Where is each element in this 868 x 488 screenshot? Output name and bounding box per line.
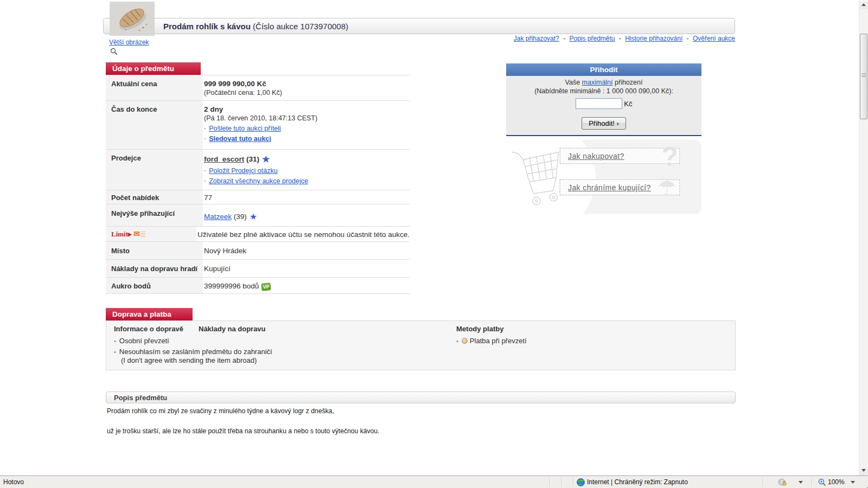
starting-price-note: (Počáteční cena: 1,00 Kč) (204, 89, 410, 97)
send-to-friend-link[interactable]: Pošlete tuto aukci příteli (209, 125, 281, 132)
seller-name-link[interactable]: ford_escort (204, 155, 244, 163)
table-row-bid-count: Počet nabídek 77 (106, 190, 410, 204)
bid-amount-input[interactable] (576, 98, 622, 109)
umbrella-icon: ☂ (658, 177, 676, 198)
row-label: Aktuální cena (106, 75, 203, 100)
nav-separator: - (687, 35, 689, 42)
statusbar-divider (763, 478, 764, 486)
description-paragraph: už je trošku starší, ale lze ho stále po… (107, 426, 737, 436)
scrollbar-thumb[interactable] (860, 34, 867, 119)
nav-separator: - (619, 35, 621, 42)
magnifier-icon[interactable] (110, 48, 118, 55)
shipping-paid-by-value: Kupující (203, 260, 410, 277)
vp-badge-icon: VP (261, 282, 272, 291)
statusbar-divider (573, 478, 574, 486)
window-resize-grip[interactable] (865, 485, 866, 486)
buyer-protection-label: Jak chráníme kupující? (568, 183, 651, 192)
bid-count-value: 77 (203, 190, 410, 204)
scroll-up-button[interactable] (859, 0, 868, 9)
row-value: ford_escort (31)★ Položit Prodejci otázk… (203, 150, 410, 190)
buyer-protection-button[interactable]: Jak chráníme kupující? ☂ (560, 179, 680, 195)
column-header: Náklady na dopravu (199, 325, 266, 333)
limit-icon-cell: Limit▶✉ (106, 227, 196, 241)
limit-pattern-icon (141, 231, 145, 237)
watch-auction-link[interactable]: Sledovat tuto aukci (209, 135, 271, 143)
place-bid-button[interactable]: Přihodit! › (582, 117, 626, 130)
larger-image-link[interactable]: Větší obrázek (109, 38, 149, 46)
zoom-level-value: 100% (828, 478, 845, 486)
row-label: Místo (106, 242, 203, 259)
vertical-scrollbar[interactable] (859, 0, 868, 476)
buyer-help-area: Jak nakupovat? ? Jak chráníme kupující? … (506, 140, 701, 214)
limit-logo: Limit (111, 230, 128, 238)
shipping-payment-box: Informace o dopravě Osobní převzetí Neso… (106, 320, 736, 370)
table-row-time-left: Čas do konce 2 dny (Pá 18. červen 2010, … (106, 101, 410, 150)
time-left-value: 2 dny (204, 105, 410, 113)
seller-all-auctions-link[interactable]: Zobrazit všechny aukce prodejce (209, 177, 308, 185)
nav-link-bid-history[interactable]: Historie přihazování (625, 35, 682, 42)
statusbar-divider (812, 478, 813, 486)
row-label: Počet nabídek (106, 190, 203, 204)
bread-roll-image (110, 2, 155, 36)
currency-label: Kč (624, 100, 632, 108)
security-zone-text: Internet | Chráněný režim: Zapnuto (587, 478, 688, 486)
table-row-aukro-points: Aukro bodů 399999996 bodůVP (106, 278, 410, 294)
bid-instruction-line1: Vaše maximální přihození (506, 79, 701, 86)
table-row-location: Místo Nový Hrádek (106, 242, 410, 260)
aukro-points-value: 399999996 bodů (204, 282, 259, 290)
nav-link-auction-verification[interactable]: Ověření aukce (693, 35, 735, 42)
column-header: Metody platby (456, 325, 527, 333)
status-text: Hotovo (3, 478, 24, 486)
browser-status-bar: Hotovo Internet | Chráněný režim: Zapnut… (0, 476, 868, 488)
row-value: 2 dny (Pá 18. červen 2010, 18:47:13 CEST… (203, 101, 410, 149)
row-value: 999 999 990,00 Kč (Počáteční cena: 1,00 … (203, 75, 410, 100)
row-label: Nejvýše přihazující (106, 204, 203, 226)
shipping-option-note: (I don't agree with sending the item abr… (114, 356, 272, 364)
nav-link-how-to-bid[interactable]: Jak přihazovat? (514, 35, 559, 42)
bid-box: Přihodit Vaše maximální přihození (Nabíd… (506, 63, 701, 136)
bid-box-body: Vaše maximální přihození (Nabídněte mini… (506, 76, 701, 135)
nav-link-item-description[interactable]: Popis předmětu (569, 35, 615, 42)
internet-zone-globe-icon (577, 478, 585, 486)
ask-seller-link[interactable]: Položit Prodejci otázku (209, 167, 277, 175)
protected-mode-icon (778, 478, 787, 486)
page-title: Prodám rohlík s kávou (Číslo aukce 10739… (163, 22, 348, 31)
bid-line1-suffix: přihození (615, 79, 642, 86)
highest-bidder-link[interactable]: Matzeek (204, 213, 232, 221)
bidder-rating: (39) (234, 213, 247, 221)
shipping-payment-header: Doprava a platba (106, 308, 193, 320)
row-value: 399999996 bodůVP (203, 278, 410, 293)
protected-mode-dropdown[interactable] (799, 481, 803, 484)
item-info-header: Údaje o předmětu (106, 62, 201, 75)
description-header: Popis předmětu (106, 391, 736, 403)
statusbar-divider (561, 478, 563, 486)
table-row-limit: Limit▶✉ Uživatelé bez plné aktivace účtu… (106, 227, 410, 242)
row-value: Matzeek (39)★ (203, 204, 410, 226)
nav-separator: - (563, 35, 565, 42)
description-body: Prodám rohlík co mi zbyl ze svačiny z mi… (107, 406, 737, 446)
envelope-icon: ✉ (133, 229, 140, 238)
zoom-dropdown[interactable] (851, 481, 855, 484)
limit-text: Uživatelé bez plné aktivace účtu se nemo… (196, 227, 410, 241)
item-thumbnail[interactable] (110, 2, 155, 36)
row-label: Aukro bodů (106, 278, 203, 293)
shipping-option: Nesouhlasím se zasláním předmětu do zahr… (114, 348, 272, 356)
auction-title-bar: Prodám rohlík s kávou (Číslo aukce 10739… (103, 18, 735, 34)
browser-viewport: Prodám rohlík s kávou (Číslo aukce 10739… (0, 0, 868, 488)
payment-method: Platba při převzetí (456, 337, 527, 345)
auction-nav-links: Jak přihazovat? - Popis předmětu - Histo… (514, 35, 735, 42)
table-row-highest-bidder: Nejvýše přihazující Matzeek (39)★ (106, 204, 410, 227)
scroll-down-button[interactable] (859, 466, 868, 475)
location-value: Nový Hrádek (203, 242, 410, 259)
end-date-note: (Pá 18. červen 2010, 18:47:13 CEST) (204, 114, 410, 122)
zoom-magnifier-icon[interactable] (818, 478, 826, 486)
star-icon: ★ (250, 212, 257, 221)
table-row-current-price: Aktuální cena 999 999 990,00 Kč (Počáteč… (106, 75, 410, 101)
shipping-option: Osobní převzetí (114, 337, 272, 345)
maximal-bid-help-link[interactable]: maximální (582, 79, 613, 86)
limit-arrow-icon: ▶ (128, 232, 132, 237)
coin-icon (462, 338, 468, 344)
question-mark-icon: ? (661, 145, 678, 169)
how-to-buy-button[interactable]: Jak nakupovat? ? (560, 148, 680, 164)
how-to-buy-label: Jak nakupovat? (568, 152, 624, 160)
